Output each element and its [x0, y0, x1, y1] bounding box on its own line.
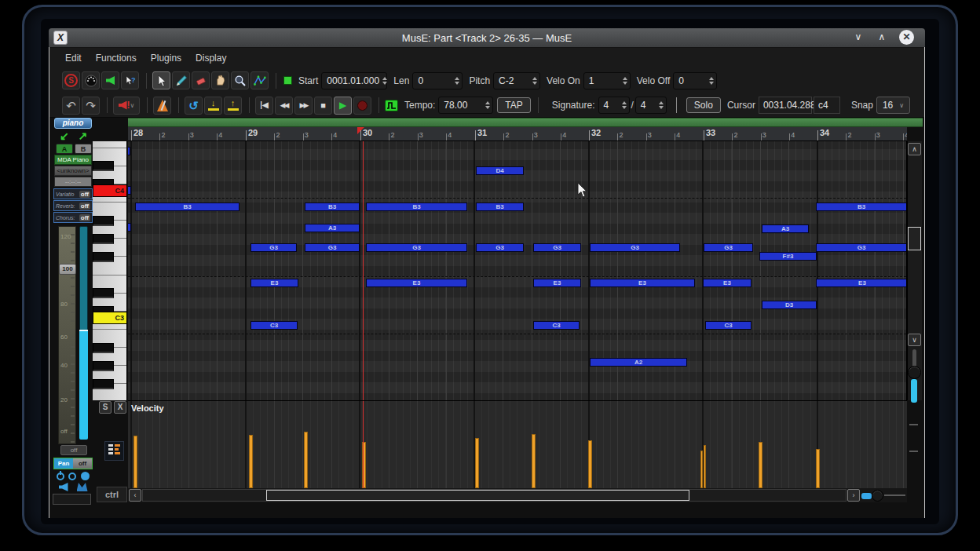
pan-tool-button[interactable] — [211, 71, 229, 89]
velocity-bar[interactable] — [700, 451, 703, 488]
piano-key-black[interactable] — [93, 216, 114, 226]
velocity-bar[interactable] — [759, 442, 762, 488]
arrow-down-left-icon[interactable]: ↙ — [60, 130, 69, 141]
meter-scale-handle[interactable]: 100 — [59, 264, 76, 275]
midi-note[interactable]: G3 — [305, 243, 360, 252]
velocity-bar[interactable] — [249, 435, 253, 488]
menu-functions[interactable]: Functions — [96, 53, 137, 64]
menu-display[interactable]: Display — [196, 53, 226, 64]
spin-arrows-icon[interactable] — [709, 76, 714, 86]
tab-piano[interactable]: piano — [54, 118, 92, 129]
midi-note[interactable]: A3 — [762, 224, 809, 233]
velocity-bar[interactable] — [475, 438, 479, 488]
metronome-button[interactable] — [153, 97, 171, 115]
preset-b-button[interactable]: B — [75, 144, 92, 154]
record-button[interactable] — [353, 97, 371, 115]
whats-this-button[interactable]: ? — [121, 71, 139, 89]
goto-start-button[interactable]: |◀ — [255, 97, 273, 115]
velocity-bar[interactable] — [816, 449, 820, 488]
piano-key-black[interactable] — [93, 161, 114, 171]
meter-off-button[interactable]: off — [60, 445, 87, 455]
scroll-down-icon[interactable]: ∨ — [908, 334, 921, 346]
midi-note[interactable] — [128, 223, 131, 232]
midi-note[interactable]: C3 — [250, 321, 298, 330]
midi-through-button[interactable] — [82, 71, 100, 89]
ctrl-solo-button[interactable]: S — [99, 401, 112, 414]
zoom-tool-button[interactable] — [231, 71, 249, 89]
punch-in-button[interactable]: ↓ — [204, 97, 222, 115]
midi-note[interactable] — [128, 186, 131, 195]
forward-button[interactable]: ▶▶ — [294, 97, 313, 115]
pitch-spinbox[interactable]: C-2 — [493, 72, 540, 89]
midi-note[interactable]: B3 — [476, 203, 524, 211]
pointer-tool-button[interactable] — [152, 71, 170, 89]
tap-tempo-button[interactable]: TAP — [497, 97, 530, 113]
monitor-speaker-icon[interactable] — [59, 483, 68, 491]
midi-note[interactable]: A2 — [590, 358, 687, 367]
eraser-tool-button[interactable] — [192, 71, 210, 89]
midi-note[interactable]: C3 — [533, 321, 580, 330]
reverb-control[interactable]: Reverb: off — [53, 200, 93, 211]
midi-note[interactable]: D3 — [762, 301, 817, 309]
piano-key-black[interactable] — [93, 234, 114, 244]
midi-note[interactable]: G3 — [590, 243, 680, 252]
arrow-up-right-icon[interactable]: ↗ — [78, 130, 87, 141]
velocity-on-spinbox[interactable]: 1 — [583, 72, 631, 89]
piano-key-f4[interactable] — [93, 141, 127, 148]
piano-key-black[interactable] — [93, 288, 114, 298]
pencil-tool-button[interactable] — [172, 71, 190, 89]
midi-note[interactable]: B3 — [366, 203, 467, 211]
window-maximize-icon[interactable]: ∧ — [875, 31, 889, 44]
midi-note[interactable]: G3 — [366, 243, 467, 252]
midi-note[interactable]: E3 — [816, 279, 907, 287]
velocity-bar[interactable] — [304, 432, 308, 488]
menu-plugins[interactable]: Plugins — [151, 53, 181, 64]
midi-note[interactable]: F#3 — [759, 252, 817, 261]
velocity-bar[interactable] — [532, 434, 536, 488]
midi-note[interactable]: E3 — [250, 279, 298, 287]
sustain-pedal-icon[interactable] — [77, 483, 88, 491]
velocity-bar[interactable] — [704, 445, 706, 488]
step-record-icon[interactable] — [283, 76, 292, 85]
midi-note[interactable]: B3 — [305, 203, 360, 211]
velocity-scale-slider[interactable]: 12080604020off100 — [58, 226, 76, 444]
stop-button[interactable]: ■ — [314, 97, 332, 115]
length-spinbox[interactable]: 0 — [412, 72, 463, 89]
spin-arrows-icon[interactable] — [455, 76, 459, 86]
play-button[interactable]: ▶ — [334, 97, 352, 115]
midi-note[interactable] — [128, 147, 130, 155]
port-name-button[interactable]: <unknown> — [54, 166, 92, 176]
menu-edit[interactable]: Edit — [65, 53, 82, 64]
scroll-right-icon[interactable]: › — [847, 489, 860, 502]
track-comment-field[interactable] — [53, 494, 91, 505]
solo-button[interactable]: Solo — [686, 97, 721, 113]
redo-button[interactable]: ↷ — [82, 97, 100, 115]
pan-control[interactable]: Pan off — [53, 458, 93, 469]
snap-dropdown[interactable]: 16∨ — [876, 97, 910, 114]
horizontal-zoom-track[interactable] — [884, 494, 905, 496]
spin-arrows-icon[interactable] — [622, 100, 627, 110]
ctrl-pane-button[interactable]: ctrl — [97, 487, 127, 502]
velocity-bar[interactable] — [588, 440, 592, 488]
spin-arrows-icon[interactable] — [485, 100, 490, 110]
midi-note[interactable]: G3 — [816, 243, 907, 252]
controller-select-icon[interactable] — [104, 441, 124, 461]
window-close-icon[interactable]: ✕ — [899, 30, 914, 45]
midi-note[interactable]: G3 — [704, 243, 753, 252]
midi-note[interactable]: E3 — [590, 279, 695, 287]
punch-out-button[interactable]: ↑ — [224, 97, 242, 115]
draw-line-tool-button[interactable] — [250, 71, 269, 89]
midi-note[interactable]: G3 — [250, 243, 297, 252]
spin-arrows-icon[interactable] — [659, 100, 664, 110]
midi-note[interactable]: E3 — [366, 279, 467, 287]
horizontal-scroll-thumb[interactable] — [266, 490, 689, 501]
piano-key-c4-highlight[interactable]: C4 — [93, 184, 127, 197]
solo-toggle-button[interactable]: S — [62, 71, 80, 89]
ctrl-close-button[interactable]: X — [114, 401, 126, 414]
loop-button[interactable]: ↺ — [185, 97, 203, 115]
signature-numerator-spinbox[interactable]: 4 — [598, 97, 630, 114]
midi-note[interactable]: B3 — [816, 203, 907, 211]
piano-key-black[interactable] — [93, 361, 114, 371]
rewind-button[interactable]: ◀◀ — [275, 97, 293, 115]
horizontal-zoom-knob[interactable] — [872, 490, 883, 502]
